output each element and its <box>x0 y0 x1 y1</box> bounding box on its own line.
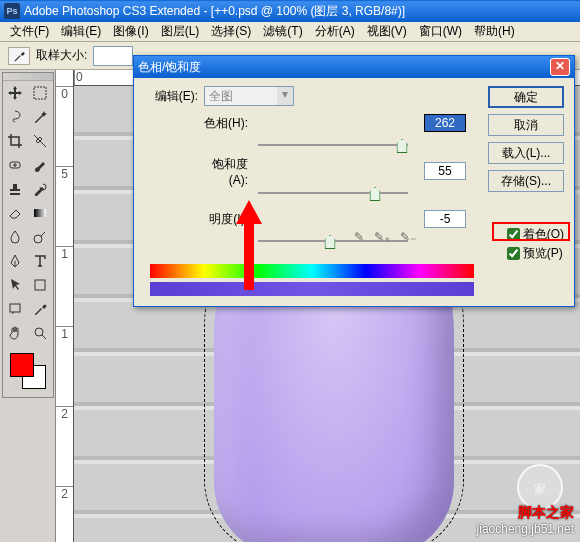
move-tool-icon[interactable] <box>3 81 28 105</box>
edit-channel-select[interactable]: 全图▾ <box>204 86 294 106</box>
sample-size-dropdown[interactable] <box>93 46 133 66</box>
dialog-title: 色相/饱和度 <box>138 59 550 76</box>
lasso-tool-icon[interactable] <box>3 105 28 129</box>
hue-label: 色相(H): <box>194 115 258 132</box>
eyedropper-sub-icon[interactable]: ✎₋ <box>400 230 416 244</box>
shape-tool-icon[interactable] <box>28 273 53 297</box>
saturation-thumb[interactable] <box>370 187 381 201</box>
cancel-button[interactable]: 取消 <box>488 114 564 136</box>
lightness-input[interactable] <box>424 210 466 228</box>
menu-view[interactable]: 视图(V) <box>361 21 413 42</box>
eyedropper-add-icon[interactable]: ✎₊ <box>374 230 390 244</box>
menu-filter[interactable]: 滤镜(T) <box>257 21 308 42</box>
hue-spectrum-strip <box>150 264 474 278</box>
title-bar: Ps Adobe Photoshop CS3 Extended - [++0.p… <box>0 0 580 22</box>
svg-text:家: 家 <box>534 482 546 496</box>
marquee-tool-icon[interactable] <box>28 81 53 105</box>
ruler-vertical: 0 5 1 1 2 2 <box>56 70 74 542</box>
hue-saturation-dialog: 色相/饱和度 ✕ 编辑(E): 全图▾ 色相(H): 饱和度(A): <box>133 55 575 307</box>
eraser-tool-icon[interactable] <box>3 201 28 225</box>
dodge-tool-icon[interactable] <box>28 225 53 249</box>
color-swatch[interactable] <box>8 351 48 391</box>
lightness-label: 明度(I): <box>194 211 258 228</box>
wand-tool-icon[interactable] <box>28 105 53 129</box>
slice-tool-icon[interactable] <box>28 129 53 153</box>
menu-window[interactable]: 窗口(W) <box>413 21 468 42</box>
svg-rect-0 <box>34 87 46 99</box>
colorize-checkbox[interactable]: 着色(O) <box>507 226 564 243</box>
menu-image[interactable]: 图像(I) <box>107 21 154 42</box>
path-select-icon[interactable] <box>3 273 28 297</box>
svg-point-3 <box>34 235 42 243</box>
svg-point-6 <box>35 328 43 336</box>
chevron-down-icon: ▾ <box>277 87 293 105</box>
save-button[interactable]: 存储(S)... <box>488 170 564 192</box>
pen-tool-icon[interactable] <box>3 249 28 273</box>
type-tool-icon[interactable] <box>28 249 53 273</box>
hue-slider[interactable] <box>258 138 408 156</box>
eyedropper-tool-icon[interactable] <box>8 47 30 65</box>
saturation-label: 饱和度(A): <box>194 156 258 187</box>
eyedropper-icon[interactable] <box>28 297 53 321</box>
brush-tool-icon[interactable] <box>28 153 53 177</box>
fg-color-swatch[interactable] <box>10 353 34 377</box>
heal-tool-icon[interactable] <box>3 153 28 177</box>
gradient-tool-icon[interactable] <box>28 201 53 225</box>
menu-help[interactable]: 帮助(H) <box>468 21 521 42</box>
lightness-thumb[interactable] <box>325 235 336 249</box>
blur-tool-icon[interactable] <box>3 225 28 249</box>
window-title: Adobe Photoshop CS3 Extended - [++0.psd … <box>24 3 576 20</box>
svg-rect-2 <box>34 209 46 217</box>
close-button[interactable]: ✕ <box>550 58 570 76</box>
crop-tool-icon[interactable] <box>3 129 28 153</box>
menu-file[interactable]: 文件(F) <box>4 21 55 42</box>
edit-label: 编辑(E): <box>144 88 204 105</box>
saturation-input[interactable] <box>424 162 466 180</box>
preview-checkbox[interactable]: 预览(P) <box>507 245 564 262</box>
toolbox-grip[interactable] <box>3 73 53 81</box>
result-spectrum-strip <box>150 282 474 296</box>
watermark-text: 脚本之家 jiaocheng.jb51.net <box>477 504 574 536</box>
svg-rect-4 <box>35 280 45 290</box>
history-brush-icon[interactable] <box>28 177 53 201</box>
load-button[interactable]: 载入(L)... <box>488 142 564 164</box>
menu-layer[interactable]: 图层(L) <box>155 21 206 42</box>
toolbox <box>2 72 54 398</box>
ok-button[interactable]: 确定 <box>488 86 564 108</box>
saturation-slider[interactable] <box>258 186 408 204</box>
hue-thumb[interactable] <box>397 139 408 153</box>
svg-rect-5 <box>10 304 20 312</box>
zoom-tool-icon[interactable] <box>28 321 53 345</box>
stamp-tool-icon[interactable] <box>3 177 28 201</box>
menu-edit[interactable]: 编辑(E) <box>55 21 107 42</box>
hue-input[interactable] <box>424 114 466 132</box>
menu-bar: 文件(F) 编辑(E) 图像(I) 图层(L) 选择(S) 滤镜(T) 分析(A… <box>0 22 580 42</box>
hand-tool-icon[interactable] <box>3 321 28 345</box>
menu-select[interactable]: 选择(S) <box>205 21 257 42</box>
menu-analysis[interactable]: 分析(A) <box>309 21 361 42</box>
dialog-title-bar[interactable]: 色相/饱和度 ✕ <box>134 56 574 78</box>
ps-app-icon: Ps <box>4 3 20 19</box>
eyedropper-set-icon[interactable]: ✎ <box>354 230 364 244</box>
sample-size-label: 取样大小: <box>36 47 87 64</box>
eyedropper-group: ✎ ✎₊ ✎₋ <box>354 230 416 244</box>
notes-tool-icon[interactable] <box>3 297 28 321</box>
